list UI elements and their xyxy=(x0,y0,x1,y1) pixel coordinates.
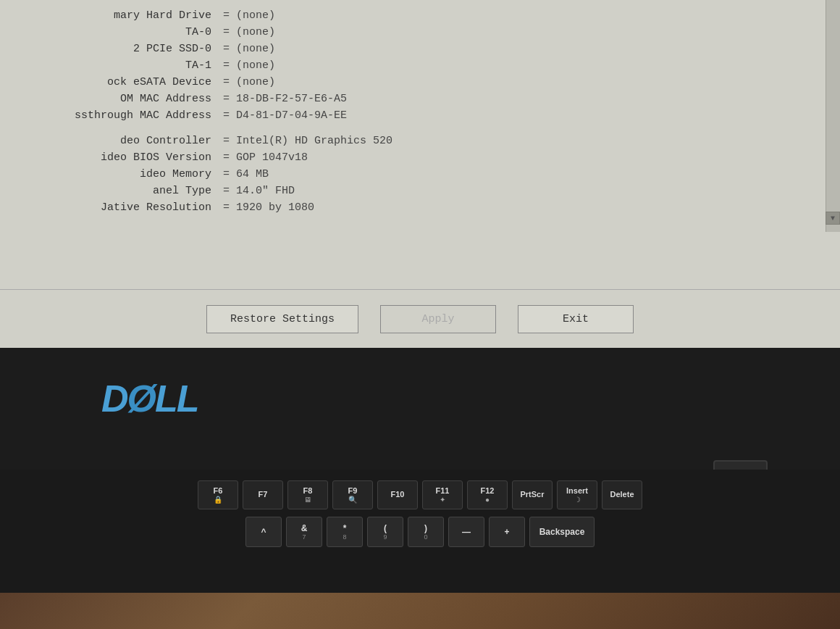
apply-button[interactable]: Apply xyxy=(380,305,496,333)
bios-label: deo Controller xyxy=(14,133,217,149)
key-f8-icon: 🖥 xyxy=(304,496,311,504)
key-amp-sub: 7 xyxy=(302,534,306,541)
key-delete-label: Delete xyxy=(610,490,634,499)
laptop-body: DØLL F6 🔒 F7 F8 🖥 F9 🔍 F10 xyxy=(0,348,840,629)
key-insert-label: Insert xyxy=(566,486,588,496)
key-f12-label: F12 xyxy=(481,486,495,496)
scrollbar-thumb[interactable]: ▼ xyxy=(826,212,840,225)
dell-text: DØLL xyxy=(101,378,198,420)
bios-value: = 18-DB-F2-57-E6-A5 xyxy=(217,91,826,107)
bios-label: ideo BIOS Version xyxy=(14,149,217,166)
bios-row: Jative Resolution= 1920 by 1080 xyxy=(14,199,826,216)
bios-value: = (none) xyxy=(217,41,826,57)
number-key-row: ^ & 7 * 8 ( 9 ) 0 — + xyxy=(0,517,840,547)
bios-row: 2 PCIe SSD-0= (none) xyxy=(14,41,826,57)
key-insert[interactable]: Insert ☽ xyxy=(557,480,597,509)
bios-label: OM MAC Address xyxy=(14,91,217,107)
key-f11-icon: ✦ xyxy=(440,496,445,504)
exit-button[interactable]: Exit xyxy=(518,305,634,333)
bios-row: mary Hard Drive= (none) xyxy=(14,7,826,24)
bios-panel: mary Hard Drive= (none)TA-0= (none)2 PCI… xyxy=(0,0,840,348)
key-ampersand[interactable]: & 7 xyxy=(286,517,322,547)
key-f11-label: F11 xyxy=(436,486,450,496)
key-f8-label: F8 xyxy=(303,486,313,496)
bios-label: TA-0 xyxy=(14,24,217,41)
key-rparen[interactable]: ) 0 xyxy=(408,517,444,547)
bios-label: 2 PCIe SSD-0 xyxy=(14,41,217,57)
key-insert-icon: ☽ xyxy=(574,496,581,504)
key-asterisk[interactable]: * 8 xyxy=(327,517,363,547)
key-f6-label: F6 xyxy=(214,486,223,496)
key-delete[interactable]: Delete xyxy=(602,480,642,509)
scrollbar-track[interactable]: ▼ xyxy=(826,0,840,232)
bios-label: ssthrough MAC Address xyxy=(14,107,217,124)
key-prtscr-label: PrtScr xyxy=(520,490,544,499)
bios-row: anel Type= 14.0" FHD xyxy=(14,183,826,199)
key-ast-label: * xyxy=(343,523,347,533)
bios-row: ock eSATA Device= (none) xyxy=(14,74,826,91)
bios-label: ock eSATA Device xyxy=(14,74,217,91)
screen-area: mary Hard Drive= (none)TA-0= (none)2 PCI… xyxy=(0,0,840,348)
bios-row: ssthrough MAC Address= D4-81-D7-04-9A-EE xyxy=(14,107,826,124)
key-f6-icon: 🔒 xyxy=(214,496,222,504)
key-f9[interactable]: F9 🔍 xyxy=(332,480,373,509)
bios-value: = Intel(R) HD Graphics 520 xyxy=(217,133,826,149)
bios-value: = (none) xyxy=(217,7,826,24)
key-lpar-sub: 9 xyxy=(383,534,387,541)
bios-value: = 14.0" FHD xyxy=(217,183,826,199)
key-f11[interactable]: F11 ✦ xyxy=(422,480,463,509)
key-f6[interactable]: F6 🔒 xyxy=(198,480,238,509)
key-lparen[interactable]: ( 9 xyxy=(367,517,403,547)
table-surface xyxy=(0,593,840,629)
dell-logo: DØLL xyxy=(101,377,198,420)
bios-row: ideo BIOS Version= GOP 1047v18 xyxy=(14,149,826,166)
bios-label: ideo Memory xyxy=(14,166,217,183)
bios-value: = D4-81-D7-04-9A-EE xyxy=(217,107,826,124)
key-f10[interactable]: F10 xyxy=(377,480,418,509)
key-f9-label: F9 xyxy=(348,486,358,496)
buttons-area: Restore Settings Apply Exit xyxy=(0,305,840,333)
bios-value: = (none) xyxy=(217,24,826,41)
bios-row: TA-0= (none) xyxy=(14,24,826,41)
function-key-row: F6 🔒 F7 F8 🖥 F9 🔍 F10 F11 ✦ F12 xyxy=(0,480,840,509)
key-dash-label: — xyxy=(462,527,471,537)
bios-info-table: mary Hard Drive= (none)TA-0= (none)2 PCI… xyxy=(14,7,826,216)
bios-value: = 64 MB xyxy=(217,166,826,183)
key-f10-label: F10 xyxy=(391,490,405,499)
key-caret[interactable]: ^ xyxy=(245,517,282,547)
bios-label: TA-1 xyxy=(14,57,217,74)
key-backspace-label: Backspace xyxy=(539,527,585,537)
bios-row: OM MAC Address= 18-DB-F2-57-E6-A5 xyxy=(14,91,826,107)
key-f8[interactable]: F8 🖥 xyxy=(287,480,328,509)
bios-label: anel Type xyxy=(14,183,217,199)
key-prtscr[interactable]: PrtScr xyxy=(512,480,553,509)
bios-row: ideo Memory= 64 MB xyxy=(14,166,826,183)
key-amp-label: & xyxy=(301,523,308,533)
bios-row: deo Controller= Intel(R) HD Graphics 520 xyxy=(14,133,826,149)
restore-settings-button[interactable]: Restore Settings xyxy=(206,305,358,333)
key-caret-label: ^ xyxy=(261,527,266,537)
key-f12-icon: ● xyxy=(485,496,490,504)
key-rpar-sub: 0 xyxy=(424,534,427,541)
key-f9-icon: 🔍 xyxy=(348,496,357,504)
bios-label: mary Hard Drive xyxy=(14,7,217,24)
bios-label: Jative Resolution xyxy=(14,199,217,216)
key-f12[interactable]: F12 ● xyxy=(467,480,508,509)
bios-row: TA-1= (none) xyxy=(14,57,826,74)
key-f7[interactable]: F7 xyxy=(243,480,283,509)
key-dash[interactable]: — xyxy=(448,517,484,547)
key-backspace[interactable]: Backspace xyxy=(529,517,595,547)
key-lpar-label: ( xyxy=(384,523,387,533)
key-plus[interactable]: + xyxy=(489,517,525,547)
key-rpar-label: ) xyxy=(424,523,427,533)
bios-value: = GOP 1047v18 xyxy=(217,149,826,166)
key-f7-label: F7 xyxy=(259,490,268,499)
key-ast-sub: 8 xyxy=(343,534,346,541)
bios-value: = (none) xyxy=(217,57,826,74)
divider-line xyxy=(0,289,840,290)
bios-value: = (none) xyxy=(217,74,826,91)
bios-value: = 1920 by 1080 xyxy=(217,199,826,216)
key-plus-label: + xyxy=(504,527,509,537)
